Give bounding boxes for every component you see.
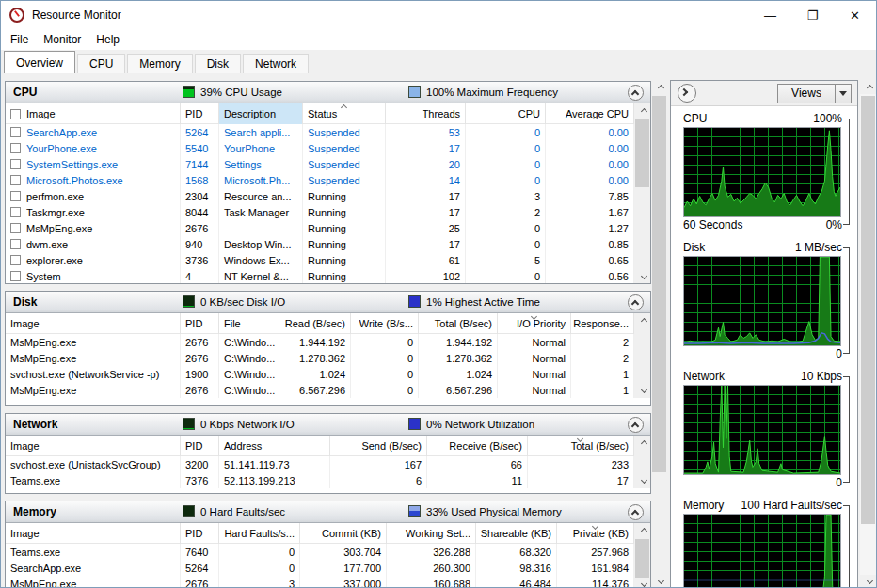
minimize-button[interactable]: — xyxy=(749,1,791,29)
column-header-total[interactable]: Total (B/sec) xyxy=(419,313,498,334)
column-header-threads[interactable]: Threads xyxy=(386,103,466,124)
row-checkbox[interactable] xyxy=(10,127,21,137)
row-checkbox[interactable] xyxy=(10,271,21,281)
scrollbar-thumb[interactable] xyxy=(652,96,666,472)
table-row[interactable]: SearchApp.exe5264Search appli...Suspende… xyxy=(6,124,650,140)
column-header-receive[interactable]: Receive (B/sec) xyxy=(427,436,528,456)
column-header-pid[interactable]: PID xyxy=(181,313,219,334)
column-header-cpu[interactable]: CPU xyxy=(466,103,546,124)
network-table-scrollbar[interactable] xyxy=(634,436,650,488)
table-row[interactable]: MsMpEng.exe2676C:\Windo...6.567.29606.56… xyxy=(6,382,650,398)
column-header-pid[interactable]: PID xyxy=(181,523,219,544)
column-header-pid[interactable]: PID xyxy=(181,103,219,124)
tab-network[interactable]: Network xyxy=(243,54,309,73)
table-row[interactable]: svchost.exe (NetworkService -p)1900C:\Wi… xyxy=(6,366,650,382)
views-button-label[interactable]: Views xyxy=(777,84,836,103)
table-row[interactable]: svchost.exe (UnistackSvcGroup)320051.141… xyxy=(6,456,650,472)
table-row[interactable]: MsMpEng.exe2676Running2501.27 xyxy=(6,220,650,236)
maximize-button[interactable]: ❐ xyxy=(791,1,834,29)
column-header-write[interactable]: Write (B/s... xyxy=(351,313,419,334)
tab-memory[interactable]: Memory xyxy=(127,54,192,73)
column-header-hf[interactable]: Hard Faults/s... xyxy=(219,523,300,544)
expand-pane-button[interactable] xyxy=(678,84,696,103)
views-button[interactable]: Views xyxy=(777,84,852,103)
table-row[interactable]: SearchApp.exe52640177.700260.30098.31616… xyxy=(6,560,650,576)
row-checkbox[interactable] xyxy=(10,159,21,169)
scroll-up-button[interactable] xyxy=(634,103,650,118)
row-checkbox[interactable] xyxy=(10,143,21,153)
table-row[interactable]: MsMpEng.exe26763337.000160.68846.484114.… xyxy=(6,576,650,588)
column-header-image[interactable]: Image xyxy=(6,436,181,456)
scroll-down-button[interactable] xyxy=(634,270,650,284)
scroll-up-button[interactable] xyxy=(651,80,667,94)
table-row[interactable]: Taskmgr.exe8044Task ManagerRunning1721.6… xyxy=(6,204,650,220)
row-checkbox[interactable] xyxy=(10,223,21,233)
cpu-collapse-button[interactable] xyxy=(628,85,644,101)
scroll-down-button[interactable] xyxy=(634,578,650,588)
row-checkbox[interactable] xyxy=(10,255,21,265)
memory-table-scrollbar[interactable] xyxy=(634,523,650,588)
right-pane-scrollbar[interactable] xyxy=(860,80,876,588)
memory-collapse-button[interactable] xyxy=(628,504,644,520)
row-checkbox[interactable] xyxy=(10,239,21,249)
menu-item-file[interactable]: File xyxy=(3,30,36,49)
table-row[interactable]: Teams.exe737652.113.199.21361117 xyxy=(6,472,650,488)
table-row[interactable]: Microsoft.Photos.exe1568Microsoft.Ph...S… xyxy=(6,172,650,188)
column-header-image[interactable]: Image xyxy=(6,313,181,334)
table-row[interactable]: explorer.exe3736Windows Ex...Running6150… xyxy=(6,252,650,268)
scrollbar-thumb[interactable] xyxy=(861,96,875,524)
tab-overview[interactable]: Overview xyxy=(4,51,75,73)
row-checkbox[interactable] xyxy=(10,207,21,217)
column-header-priority[interactable]: I/O Priority xyxy=(498,313,571,334)
menu-item-help[interactable]: Help xyxy=(88,30,127,49)
table-row[interactable]: Teams.exe76400303.704326.28868.320257.96… xyxy=(6,544,650,560)
scroll-down-button[interactable] xyxy=(634,384,650,398)
column-header-response[interactable]: Response... xyxy=(571,313,634,334)
column-header-image[interactable]: Image xyxy=(6,103,181,124)
disk-table-scrollbar[interactable] xyxy=(634,313,650,398)
column-header-avg[interactable]: Average CPU xyxy=(546,103,634,124)
column-header-total[interactable]: Total (B/sec) xyxy=(528,436,634,456)
main-scrollbar[interactable] xyxy=(651,80,667,588)
column-header-image[interactable]: Image xyxy=(6,523,181,544)
table-row[interactable]: MsMpEng.exe2676C:\Windo...1.278.36201.27… xyxy=(6,350,650,366)
views-dropdown-button[interactable] xyxy=(836,84,852,103)
tab-disk[interactable]: Disk xyxy=(195,54,241,73)
scroll-up-button[interactable] xyxy=(634,523,650,537)
menu-item-monitor[interactable]: Monitor xyxy=(36,30,88,49)
scroll-up-button[interactable] xyxy=(634,436,650,450)
scroll-up-button[interactable] xyxy=(860,80,876,94)
column-header-send[interactable]: Send (B/sec) xyxy=(330,436,427,456)
column-header-status[interactable]: Status xyxy=(303,103,386,124)
scroll-down-button[interactable] xyxy=(634,474,650,488)
column-header-file[interactable]: File xyxy=(219,313,279,334)
scroll-up-button[interactable] xyxy=(634,313,650,327)
table-row[interactable]: dwm.exe940Desktop Win...Running1700.85 xyxy=(6,236,650,252)
table-row[interactable]: perfmon.exe2304Resource an...Running1737… xyxy=(6,188,650,204)
tab-cpu[interactable]: CPU xyxy=(77,54,125,73)
column-header-pid[interactable]: PID xyxy=(181,436,219,456)
table-row[interactable]: SystemSettings.exe7144SettingsSuspended2… xyxy=(6,156,650,172)
column-header-ws[interactable]: Working Set... xyxy=(387,523,476,544)
scrollbar-thumb[interactable] xyxy=(635,119,649,187)
network-collapse-button[interactable] xyxy=(628,417,644,433)
column-header-desc[interactable]: Description xyxy=(219,103,303,124)
column-header-commit[interactable]: Commit (KB) xyxy=(300,523,387,544)
row-checkbox[interactable] xyxy=(10,175,21,185)
column-header-read[interactable]: Read (B/sec) xyxy=(279,313,351,334)
cell-image: SearchApp.exe xyxy=(6,560,181,576)
column-header-priv[interactable]: Private (KB) xyxy=(557,523,634,544)
cell-text: 0 xyxy=(534,269,540,284)
cpu-table-scrollbar[interactable] xyxy=(634,103,650,284)
table-row[interactable]: YourPhone.exe5540YourPhoneSuspended1700.… xyxy=(6,140,650,156)
row-checkbox[interactable] xyxy=(10,191,21,201)
scroll-down-button[interactable] xyxy=(860,575,876,588)
column-header-share[interactable]: Shareable (KB) xyxy=(476,523,557,544)
table-row[interactable]: System4NT Kernel &...Running10200.56 xyxy=(6,268,650,284)
close-button[interactable]: ✕ xyxy=(834,1,876,29)
table-row[interactable]: MsMpEng.exe2676C:\Windo...1.944.19201.94… xyxy=(6,334,650,350)
disk-collapse-button[interactable] xyxy=(628,294,644,310)
scroll-down-button[interactable] xyxy=(651,575,667,588)
column-header-address[interactable]: Address xyxy=(219,436,330,456)
row-checkbox[interactable] xyxy=(10,109,21,119)
